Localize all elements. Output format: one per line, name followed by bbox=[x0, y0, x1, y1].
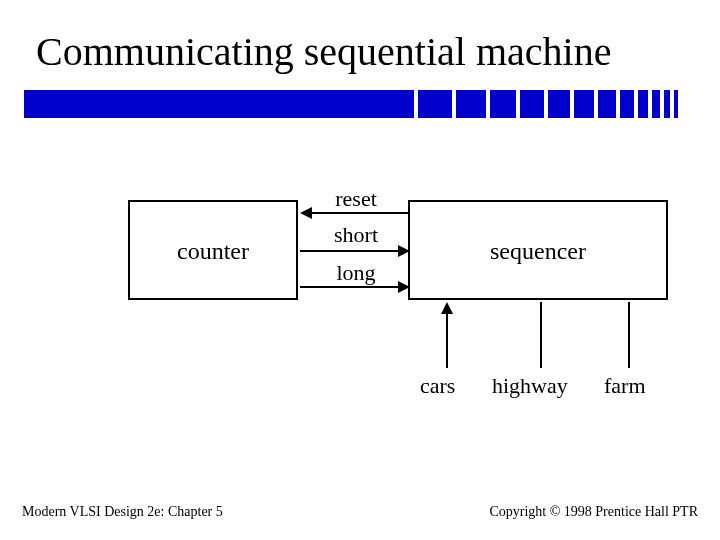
bar-segment bbox=[456, 90, 486, 118]
short-signal-label: short bbox=[322, 222, 390, 248]
highway-line bbox=[540, 302, 542, 368]
page-title: Communicating sequential machine bbox=[36, 28, 611, 75]
bar-segment bbox=[620, 90, 634, 118]
bar-segment bbox=[548, 90, 570, 118]
bar-segment bbox=[418, 90, 452, 118]
highway-label: highway bbox=[492, 373, 568, 399]
bar-segment bbox=[24, 90, 414, 118]
counter-label: counter bbox=[130, 238, 296, 265]
reset-signal-label: reset bbox=[322, 186, 390, 212]
farm-line bbox=[628, 302, 630, 368]
counter-box: counter bbox=[128, 200, 298, 300]
bar-segment bbox=[520, 90, 544, 118]
farm-label: farm bbox=[604, 373, 646, 399]
cars-label: cars bbox=[420, 373, 455, 399]
reset-arrow-head bbox=[300, 207, 312, 219]
footer-left: Modern VLSI Design 2e: Chapter 5 bbox=[22, 504, 223, 520]
bar-segment bbox=[598, 90, 616, 118]
footer-right: Copyright © 1998 Prentice Hall PTR bbox=[489, 504, 698, 520]
reset-arrow-line bbox=[310, 212, 408, 214]
bar-segment bbox=[638, 90, 648, 118]
bar-segment bbox=[674, 90, 678, 118]
bar-segment bbox=[664, 90, 670, 118]
long-signal-label: long bbox=[322, 260, 390, 286]
sequencer-box: sequencer bbox=[408, 200, 668, 300]
sequencer-label: sequencer bbox=[410, 238, 666, 265]
cars-arrow-head bbox=[441, 302, 453, 314]
decorative-bars bbox=[24, 90, 682, 118]
short-arrow-head bbox=[398, 245, 410, 257]
long-arrow-line bbox=[300, 286, 398, 288]
short-arrow-line bbox=[300, 250, 398, 252]
bar-segment bbox=[490, 90, 516, 118]
long-arrow-head bbox=[398, 281, 410, 293]
cars-arrow-line bbox=[446, 312, 448, 368]
bar-segment bbox=[574, 90, 594, 118]
bar-segment bbox=[652, 90, 660, 118]
